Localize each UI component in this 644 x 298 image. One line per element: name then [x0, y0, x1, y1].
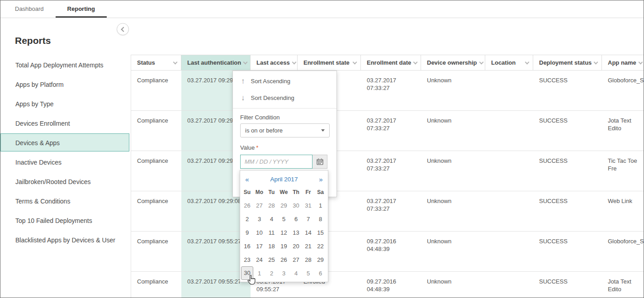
calendar-day[interactable]: 22 — [314, 239, 327, 253]
tab-dashboard[interactable]: Dashboard — [3, 0, 56, 18]
chevron-down-icon[interactable] — [479, 60, 483, 64]
table-row[interactable]: Compliance 03.27.2017 09:29:08 03.27.201… — [131, 151, 644, 191]
sidebar-item-top-10-failed-deployments[interactable]: Top 10 Failed Deployments — [0, 211, 129, 229]
collapse-sidebar-button[interactable] — [117, 23, 129, 35]
calendar-day-hovered[interactable]: 30 — [241, 266, 253, 280]
column-header-enrollment-state[interactable]: Enrollment state — [298, 55, 361, 70]
sidebar-item-total-app-deployment-attempts[interactable]: Total App Deployment Attempts — [0, 56, 129, 74]
cell-status: Compliance — [131, 71, 181, 110]
chevron-down-icon[interactable] — [173, 60, 178, 64]
column-header-status[interactable]: Status — [131, 55, 181, 70]
cell-deployment-status: SUCCESS — [533, 191, 602, 231]
sidebar-item-devices-enrollment[interactable]: Devices Enrollment — [0, 114, 129, 132]
calendar-day[interactable]: 20 — [290, 239, 302, 253]
calendar-day[interactable]: 6 — [290, 212, 302, 226]
calendar-day[interactable]: 29 — [314, 253, 327, 266]
cell-deployment-status: SUCCESS — [533, 272, 602, 298]
calendar-day[interactable]: 5 — [302, 266, 314, 280]
calendar-day[interactable]: 31 — [302, 199, 314, 212]
prev-month-button[interactable]: « — [241, 175, 253, 183]
column-header-app-name[interactable]: App name — [602, 55, 644, 70]
calendar-day[interactable]: 15 — [314, 226, 327, 239]
calendar-day[interactable]: 29 — [278, 199, 290, 212]
cell-deployment-status: SUCCESS — [533, 111, 602, 151]
sidebar-item-devices-and-apps[interactable]: Devices & Apps — [0, 133, 129, 151]
calendar-day[interactable]: 5 — [278, 212, 290, 226]
sidebar-item-terms-and-conditions[interactable]: Terms & Conditions — [0, 192, 129, 210]
sidebar-item-inactive-devices[interactable]: Inactive Devices — [0, 153, 129, 171]
calendar-day[interactable]: 13 — [290, 226, 302, 239]
cell-location — [485, 191, 533, 231]
chevron-down-icon[interactable] — [594, 60, 598, 64]
calendar-day[interactable]: 18 — [265, 239, 278, 253]
calendar-day[interactable]: 26 — [241, 199, 253, 212]
chevron-down-icon[interactable] — [638, 60, 643, 64]
date-value-input[interactable] — [240, 155, 313, 169]
calendar-day[interactable]: 3 — [253, 212, 265, 226]
column-header-last-access[interactable]: Last access — [251, 55, 298, 70]
cell-location — [485, 111, 533, 151]
sidebar-item-apps-by-platform[interactable]: Apps by Platform — [0, 75, 129, 93]
calendar-day[interactable]: 12 — [278, 226, 290, 239]
cell-status: Compliance — [131, 191, 181, 231]
calendar-day[interactable]: 2 — [241, 212, 253, 226]
column-header-enrollment-date[interactable]: Enrollment date — [361, 55, 421, 70]
chevron-down-icon[interactable] — [353, 60, 357, 64]
month-year-label[interactable]: April 2017 — [253, 176, 315, 183]
table-row[interactable]: Compliance 03.27.2017 09:29:08 03.27.201… — [131, 191, 644, 232]
calendar-day[interactable]: 2 — [265, 266, 278, 280]
column-header-location[interactable]: Location — [485, 55, 533, 70]
calendar-week: 26 27 28 29 30 31 1 — [241, 199, 327, 212]
calendar-day[interactable]: 6 — [314, 266, 327, 280]
filter-condition-select[interactable]: is on or before — [240, 123, 330, 137]
table-row[interactable]: Compliance 03.27.2017 09:29:08 03.27.201… — [131, 111, 644, 151]
chevron-down-icon[interactable] — [413, 60, 418, 64]
table-row[interactable]: Compliance 03.27.2017 09:55:27 03.27.201… — [131, 272, 644, 298]
calendar-day[interactable]: 8 — [314, 212, 327, 226]
sidebar-item-apps-by-type[interactable]: Apps by Type — [0, 95, 129, 113]
sort-ascending-item[interactable]: ↑ Sort Ascending — [233, 73, 336, 90]
calendar-day[interactable]: 27 — [290, 253, 302, 266]
calendar-week: 2 3 4 5 6 7 8 — [241, 212, 327, 226]
calendar-day[interactable]: 3 — [278, 266, 290, 280]
calendar-toggle-button[interactable] — [313, 155, 327, 169]
next-month-button[interactable]: » — [315, 175, 327, 183]
calendar-day[interactable]: 11 — [265, 226, 278, 239]
calendar-day[interactable]: 23 — [241, 253, 253, 266]
tab-reporting[interactable]: Reporting — [56, 0, 107, 18]
calendar-day[interactable]: 28 — [265, 199, 278, 212]
calendar-day[interactable]: 21 — [302, 239, 314, 253]
cell-device-ownership: Unknown — [421, 191, 485, 231]
calendar-day[interactable]: 14 — [302, 226, 314, 239]
calendar-day[interactable]: 17 — [253, 239, 265, 253]
calendar-day[interactable]: 25 — [265, 253, 278, 266]
chevron-down-icon[interactable] — [292, 60, 296, 64]
table-row[interactable]: Compliance 03.27.2017 09:55:27 09.27.201… — [131, 232, 644, 272]
calendar-day[interactable]: 4 — [265, 212, 278, 226]
calendar-day[interactable]: 30 — [290, 199, 302, 212]
column-header-deployment-status[interactable]: Deployment status — [533, 55, 602, 70]
calendar-day[interactable]: 26 — [278, 253, 290, 266]
column-header-device-ownership[interactable]: Device ownership — [421, 55, 485, 70]
sidebar-item-jailbroken-rooted-devices[interactable]: Jailbroken/Rooted Devices — [0, 172, 129, 190]
calendar-day[interactable]: 1 — [253, 266, 265, 280]
calendar-day[interactable]: 19 — [278, 239, 290, 253]
calendar-day[interactable]: 4 — [290, 266, 302, 280]
calendar-day[interactable]: 16 — [241, 239, 253, 253]
calendar-day[interactable]: 27 — [253, 199, 265, 212]
page-title: Reports — [15, 35, 131, 46]
chevron-down-icon[interactable] — [525, 60, 530, 64]
column-header-last-authentication[interactable]: Last authentication — [181, 55, 251, 70]
calendar-day[interactable]: 1 — [314, 199, 327, 212]
sort-descending-item[interactable]: ↓ Sort Descending — [233, 90, 336, 106]
chevron-down-icon[interactable] — [243, 60, 248, 64]
calendar-day[interactable]: 10 — [253, 226, 265, 239]
calendar-day[interactable]: 24 — [253, 253, 265, 266]
cell-deployment-status: SUCCESS — [533, 151, 602, 191]
calendar-day[interactable]: 28 — [302, 253, 314, 266]
calendar-day[interactable]: 9 — [241, 226, 253, 239]
cell-status: Compliance — [131, 111, 181, 151]
sidebar-item-blacklisted-apps[interactable]: Blacklisted Apps by Devices & User — [0, 231, 129, 249]
table-row[interactable]: Compliance 03.27.2017 09:29:08 03.27.201… — [131, 71, 644, 111]
calendar-day[interactable]: 7 — [302, 212, 314, 226]
